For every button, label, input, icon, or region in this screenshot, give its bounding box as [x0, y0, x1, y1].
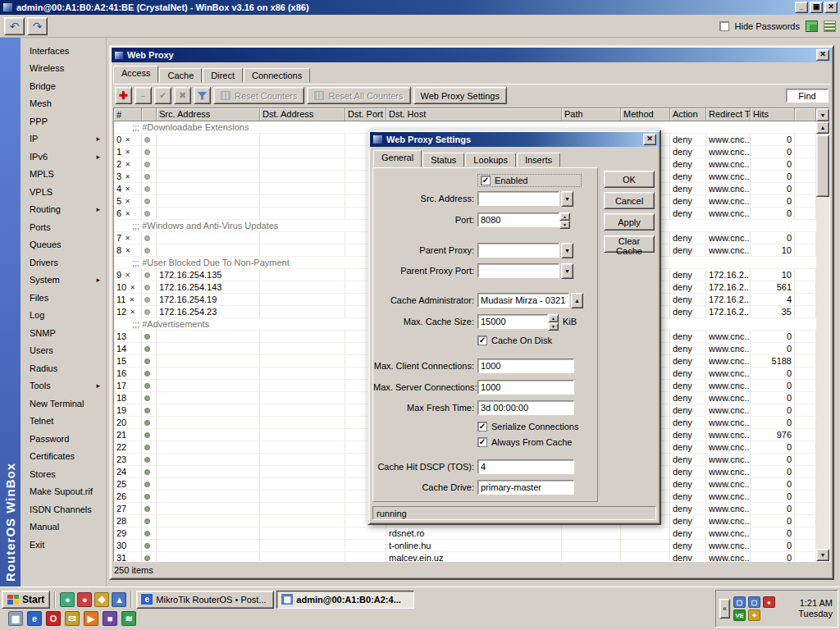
app-icon-1[interactable]: ● — [60, 592, 75, 607]
max-cache-size-input[interactable] — [477, 314, 548, 329]
column-header-state[interactable] — [142, 108, 157, 121]
sidebar-item-tools[interactable]: Tools▸ — [21, 377, 106, 395]
sidebar-item-routing[interactable]: Routing▸ — [21, 201, 106, 219]
spin-up-icon[interactable]: ▲ — [559, 212, 570, 221]
tab-cache[interactable]: Cache — [159, 68, 202, 83]
sidebar-item-mesh[interactable]: Mesh — [21, 95, 106, 113]
parent-proxy-input[interactable] — [477, 243, 559, 258]
session-list-icon[interactable] — [824, 21, 836, 32]
column-select-button[interactable]: ▼ — [816, 108, 829, 121]
web-proxy-settings-button[interactable]: Web Proxy Settings — [413, 87, 507, 104]
sidebar-item-files[interactable]: Files — [21, 289, 106, 307]
display-icon-2[interactable]: ▢ — [748, 596, 760, 608]
serialize-connections-field[interactable]: ✓ Serialize Connections — [477, 422, 578, 431]
reset-counters-button[interactable]: Reset Counters — [213, 87, 304, 104]
sidebar-item-snmp[interactable]: SNMP — [21, 324, 106, 342]
reset-all-counters-button[interactable]: Reset All Counters — [307, 87, 410, 104]
tab-access[interactable]: Access — [113, 66, 158, 83]
sidebar-item-ports[interactable]: Ports — [21, 218, 106, 236]
access-rule-row[interactable]: 30t-online.hudenywww.cnc...0 — [114, 540, 816, 552]
max-client-connections-input[interactable] — [477, 358, 574, 373]
max-fresh-time-input[interactable] — [477, 400, 574, 415]
tab-status[interactable]: Status — [422, 153, 464, 167]
sidebar-item-new-terminal[interactable]: New Terminal — [21, 395, 106, 413]
sidebar-item-wireless[interactable]: Wireless — [21, 60, 106, 78]
scroll-up-icon[interactable]: ▲ — [816, 121, 829, 134]
cancel-button[interactable]: Cancel — [604, 192, 655, 209]
close-button[interactable]: ✕ — [824, 2, 838, 13]
opera-icon[interactable]: O — [46, 611, 61, 626]
ve-badge[interactable]: VE — [733, 609, 746, 621]
show-desktop-icon[interactable]: ▦ — [8, 611, 23, 626]
column-header-hits[interactable]: Hits — [751, 108, 795, 121]
cache-drive-input[interactable] — [477, 480, 574, 495]
add-button[interactable]: ✚ — [115, 87, 132, 104]
display-icon[interactable]: ▢ — [733, 596, 746, 608]
sidebar-item-exit[interactable]: Exit — [21, 536, 106, 554]
cache-administrator-input[interactable] — [477, 293, 569, 308]
remove-button[interactable]: − — [135, 87, 152, 104]
web-proxy-titlebar[interactable]: Web Proxy ✕ — [112, 48, 832, 62]
sidebar-item-password[interactable]: Password — [21, 430, 106, 448]
graphics-app-icon[interactable]: ■ — [103, 611, 117, 626]
sidebar-item-interfaces[interactable]: Interfaces — [21, 42, 106, 60]
sidebar-item-drivers[interactable]: Drivers — [21, 253, 106, 272]
ok-button[interactable]: OK — [604, 171, 655, 188]
app-icon-3[interactable]: ◆ — [94, 592, 109, 607]
access-rule-row[interactable]: 29rdsnet.rodenywww.cnc...0 — [114, 527, 816, 540]
scrollbar-thumb[interactable] — [816, 135, 829, 197]
serialize-connections-checkbox[interactable]: ✓ — [477, 422, 487, 431]
window-titlebar[interactable]: admin@00:A1:B0:A2:41:BE (CrystalNet) - W… — [0, 0, 840, 15]
sidebar-item-manual[interactable]: Manual — [21, 518, 106, 536]
enable-button[interactable]: ✔ — [154, 87, 171, 104]
spin-down-icon[interactable]: ▼ — [559, 221, 570, 229]
sidebar-item-stores[interactable]: Stores — [21, 465, 106, 483]
dialog-close-button[interactable]: ✕ — [643, 134, 656, 145]
max-cache-size-spinner[interactable]: ▲▼ — [548, 314, 559, 329]
sidebar-item-system[interactable]: System▸ — [21, 272, 106, 290]
sidebar-item-queues[interactable]: Queues — [21, 236, 106, 254]
src-address-dropdown-button[interactable]: ▼ — [561, 191, 573, 207]
disable-button[interactable]: ✖ — [174, 87, 191, 104]
enabled-field[interactable]: ✓ Enabled — [477, 174, 582, 187]
column-header-path[interactable]: Path — [562, 108, 621, 121]
sidebar-item-bridge[interactable]: Bridge — [21, 77, 106, 95]
task-button-mikrotik-page[interactable]: e MikroTik RouterOS • Post... — [136, 591, 274, 609]
sidebar-item-log[interactable]: Log — [21, 307, 106, 325]
undo-button[interactable]: ↶ — [4, 17, 25, 35]
start-button[interactable]: Start — [2, 591, 50, 609]
parent-proxy-port-dropdown-button[interactable]: ▼ — [561, 263, 573, 279]
app-icon-4[interactable]: ▲ — [112, 592, 126, 607]
src-address-input[interactable] — [477, 191, 559, 206]
vertical-scrollbar[interactable]: ▲ ▼ — [816, 121, 829, 561]
sidebar-item-radius[interactable]: Radius — [21, 359, 106, 377]
sidebar-item-ipv6[interactable]: IPv6▸ — [21, 148, 106, 166]
sidebar-item-vpls[interactable]: VPLS — [21, 183, 106, 201]
column-header-action[interactable]: Action — [670, 108, 706, 121]
clear-cache-button[interactable]: Clear Cache — [604, 235, 655, 253]
app-icon-2[interactable]: ● — [77, 592, 92, 607]
scroll-down-icon[interactable]: ▼ — [816, 549, 829, 561]
task-button-winbox[interactable]: ▦ admin@00:A1:B0:A2:4... — [276, 591, 414, 609]
redo-button[interactable]: ↷ — [27, 17, 48, 35]
sidebar-item-ip[interactable]: IP▸ — [21, 130, 106, 148]
minimize-button[interactable]: _ — [795, 2, 808, 13]
column-header-dst-host[interactable]: Dst. Host — [386, 108, 562, 121]
cache-administrator-up-button[interactable]: ▲ — [571, 293, 583, 308]
media-player-icon[interactable]: ▶ — [84, 611, 98, 626]
mail-icon[interactable]: ✉ — [65, 611, 80, 626]
always-from-cache-field[interactable]: ✓ Always From Cache — [477, 437, 572, 447]
tab-general[interactable]: General — [373, 150, 422, 167]
filter-button[interactable] — [194, 87, 211, 104]
cache-on-disk-checkbox[interactable]: ✓ — [477, 336, 487, 345]
always-from-cache-checkbox[interactable]: ✓ — [477, 437, 487, 447]
sidebar-item-make-supout-rif[interactable]: Make Supout.rif — [21, 483, 106, 501]
enabled-checkbox[interactable]: ✓ — [481, 176, 491, 185]
update-icon[interactable]: ✦ — [748, 609, 760, 621]
column-header-method[interactable]: Method — [621, 108, 670, 121]
tab-lookups[interactable]: Lookups — [465, 153, 516, 167]
sidebar-item-isdn-channels[interactable]: ISDN Channels — [21, 500, 106, 518]
port-input[interactable] — [477, 212, 559, 227]
sidebar-item-mpls[interactable]: MPLS — [21, 166, 106, 184]
apply-button[interactable]: Apply — [604, 213, 655, 231]
